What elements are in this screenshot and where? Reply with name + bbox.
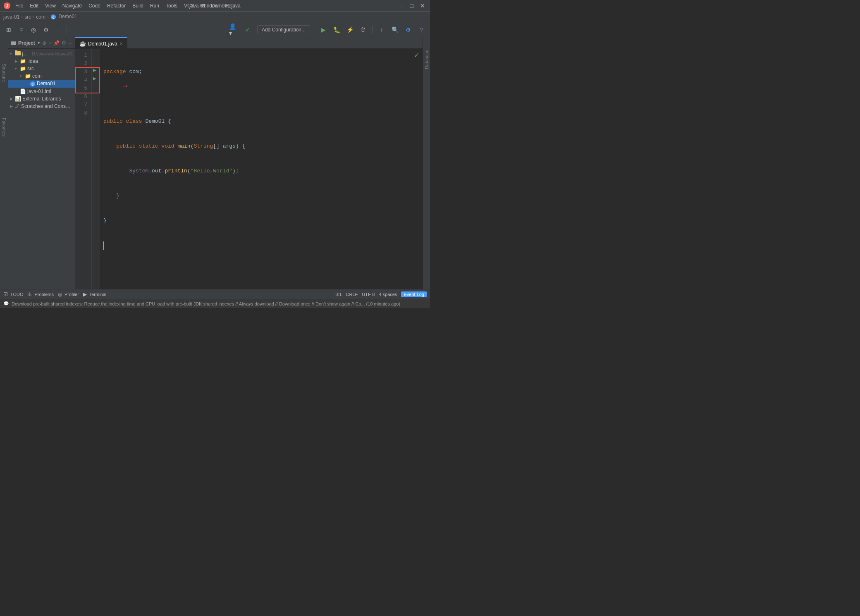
- tree-item-scratches[interactable]: ▶ 🖊 Scratches and Consoles: [8, 103, 75, 110]
- line-ending[interactable]: CRLF: [346, 292, 358, 297]
- project-panel-header: Project ▾ ⊕ ≡ 📌 ⚙ ─: [8, 37, 75, 49]
- menu-refactor[interactable]: Refactor: [104, 2, 129, 10]
- code-editor[interactable]: 1 2 3 4 5 6 7 8 ▶ ▶ package com;: [75, 49, 423, 289]
- breadcrumb-class[interactable]: c Demo01: [50, 14, 77, 20]
- breadcrumb-com[interactable]: com: [36, 14, 45, 20]
- profiler-icon: ◎: [58, 291, 62, 297]
- run-gutter-btn-3[interactable]: ▶: [93, 68, 96, 72]
- menu-code[interactable]: Code: [86, 2, 103, 10]
- code-line-5: System.out.println("Hello,World");: [103, 167, 419, 175]
- database-panel-btn[interactable]: Database: [424, 50, 429, 69]
- project-hide-icon[interactable]: ─: [68, 40, 72, 46]
- account-icon[interactable]: 👤 ▾: [229, 24, 240, 35]
- close-button[interactable]: ✕: [418, 2, 427, 9]
- toolbar-locate-btn[interactable]: ◎: [28, 24, 39, 35]
- vcs-icon[interactable]: ✓: [242, 24, 253, 35]
- favorites-panel-btn[interactable]: Favorites: [2, 118, 7, 136]
- event-log-button[interactable]: Event Log: [401, 291, 427, 297]
- main-layout: Structure Favorites Project ▾ ⊕ ≡ 📌 ⚙ ─ …: [0, 37, 430, 289]
- problems-label: Problems: [35, 292, 54, 297]
- svg-text:J: J: [6, 4, 8, 8]
- structure-panel-btn[interactable]: Structure: [2, 64, 7, 82]
- cursor-position: 8:1: [335, 292, 342, 297]
- tab-close-btn[interactable]: ✕: [119, 41, 123, 46]
- maximize-button[interactable]: □: [408, 2, 415, 9]
- menu-view[interactable]: View: [42, 2, 59, 10]
- terminal-label: Terminal: [89, 292, 107, 297]
- app-logo: J: [3, 2, 11, 10]
- encoding[interactable]: UTF-8: [362, 292, 375, 297]
- gutter: ▶ ▶: [92, 49, 100, 289]
- svg-rect-7: [15, 50, 17, 52]
- debug-button[interactable]: 🐛: [331, 24, 342, 35]
- profiler-label: Profiler: [64, 292, 79, 297]
- update-button[interactable]: ↑: [376, 24, 387, 35]
- tree-item-com[interactable]: ▾ 📁 com: [8, 72, 75, 80]
- problems-btn[interactable]: ⚠ Problems: [27, 291, 54, 297]
- bottom-bar: ☑ TODO ⚠ Problems ◎ Profiler ▶ Terminal …: [0, 289, 430, 299]
- notification-text: Download pre-built shared indexes: Reduc…: [12, 301, 400, 306]
- breadcrumb-project[interactable]: java-01: [3, 14, 19, 20]
- project-settings-icon[interactable]: ⚙: [61, 40, 67, 46]
- project-pin-icon[interactable]: 📌: [53, 40, 60, 46]
- tree-item-demo01[interactable]: c Demo01: [8, 80, 75, 88]
- title-bar: J File Edit View Navigate Code Refactor …: [0, 0, 430, 12]
- code-line-4: public static void main(String[] args) {: [103, 142, 419, 150]
- profile-button[interactable]: ⏱: [358, 24, 368, 35]
- svg-text:c: c: [53, 15, 55, 19]
- tree-item-idea[interactable]: ▶ 📁 .idea: [8, 57, 75, 65]
- tree-item-external-libs[interactable]: ▶ 📊 External Libraries: [8, 95, 75, 103]
- editor-area: ☕ Demo01.java ✕ 1 2 3 4 5 6 7 8 ▶: [75, 37, 423, 289]
- code-line-3: public class Demo01 {: [103, 117, 419, 126]
- project-locate-icon[interactable]: ⊕: [42, 40, 47, 46]
- svg-rect-5: [11, 42, 16, 45]
- project-dropdown-arrow[interactable]: ▾: [38, 40, 40, 45]
- bottom-status-left: ☑ TODO ⚠ Problems ◎ Profiler ▶ Terminal: [3, 291, 330, 297]
- tree-item-src[interactable]: ▾ 📁 src: [8, 65, 75, 72]
- bottom-status-right: 8:1 CRLF UTF-8 4 spaces Event Log: [335, 291, 427, 297]
- window-controls[interactable]: ─ □ ✕: [398, 2, 427, 9]
- project-tree: ▾ java-01 D:\java-work\java-01 ▶ 📁 .idea…: [8, 49, 75, 289]
- breadcrumb-src[interactable]: src: [24, 14, 31, 20]
- editor-tabs: ☕ Demo01.java ✕: [75, 37, 423, 49]
- menu-build[interactable]: Build: [129, 2, 146, 10]
- code-content[interactable]: package com; public class Demo01 { publi…: [100, 49, 423, 289]
- run-button[interactable]: ▶: [318, 24, 329, 35]
- tree-item-iml[interactable]: 📄 java-01.iml: [8, 88, 75, 95]
- profiler-btn[interactable]: ◎ Profiler: [58, 291, 79, 297]
- toolbar-hide-btn[interactable]: ─: [53, 24, 64, 35]
- minimize-button[interactable]: ─: [398, 2, 405, 9]
- run-gutter-btn-4[interactable]: ▶: [93, 76, 96, 81]
- todo-icon: ☑: [3, 291, 8, 297]
- code-line-7: }: [103, 217, 419, 225]
- left-strip: Structure Favorites: [0, 37, 8, 289]
- coverage-button[interactable]: ⚡: [344, 24, 355, 35]
- editor-tab-demo01[interactable]: ☕ Demo01.java ✕: [75, 37, 127, 48]
- tab-java-icon: ☕: [79, 41, 86, 47]
- project-collapse-icon[interactable]: ≡: [48, 40, 52, 46]
- menu-edit[interactable]: Edit: [27, 2, 41, 10]
- todo-btn[interactable]: ☑ TODO: [3, 291, 23, 297]
- terminal-btn[interactable]: ▶ Terminal: [83, 291, 106, 297]
- project-panel: Project ▾ ⊕ ≡ 📌 ⚙ ─ ▾ java-01 D:\java-wo…: [8, 37, 75, 289]
- menu-navigate[interactable]: Navigate: [60, 2, 85, 10]
- search-everywhere-btn[interactable]: 🔍: [389, 24, 400, 35]
- tree-item-java01[interactable]: ▾ java-01 D:\java-work\java-01: [8, 50, 75, 57]
- add-configuration-button[interactable]: Add Configuration...: [257, 25, 310, 34]
- settings-gear-btn[interactable]: ⚙: [403, 24, 413, 35]
- project-header-icons: ⊕ ≡ 📌 ⚙ ─: [42, 40, 72, 46]
- menu-file[interactable]: File: [12, 2, 26, 10]
- problems-icon: ⚠: [27, 291, 32, 297]
- toolbar-sep-2: [314, 26, 314, 34]
- notification-bar: 💬 Download pre-built shared indexes: Red…: [0, 299, 430, 308]
- menu-run[interactable]: Run: [147, 2, 162, 10]
- code-line-8: [103, 241, 419, 250]
- help-btn[interactable]: ?: [416, 24, 427, 35]
- notification-icon: 💬: [3, 301, 9, 306]
- toolbar-collapse-btn[interactable]: ≡: [16, 24, 26, 35]
- menu-tools[interactable]: Tools: [163, 2, 180, 10]
- toolbar-settings-btn[interactable]: ⚙: [41, 24, 51, 35]
- toolbar-layout-btn[interactable]: ⊞: [3, 24, 14, 35]
- indent-setting[interactable]: 4 spaces: [379, 292, 397, 297]
- todo-label: TODO: [10, 292, 24, 297]
